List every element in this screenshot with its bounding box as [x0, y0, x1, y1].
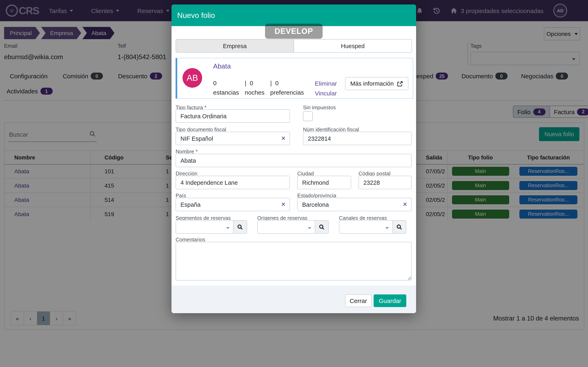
linked-entity-card: AB Abata 0estancias 0noches 0preferencia… [176, 58, 413, 99]
entity-avatar: AB [182, 68, 202, 88]
sin-impuestos-checkbox[interactable] [303, 111, 313, 121]
origenes-search-button[interactable] [315, 220, 329, 234]
search-icon [237, 224, 243, 230]
canales-select[interactable] [339, 220, 393, 234]
stat-preferencias: 0preferencias [270, 80, 304, 96]
canales-search-button[interactable] [393, 220, 406, 234]
modal-header: Nuevo folio [172, 4, 416, 26]
clear-tipo-documento-icon[interactable]: ✕ [281, 135, 286, 142]
eliminar-link[interactable]: Eliminar [315, 79, 337, 89]
modal-title: Nuevo folio [177, 11, 215, 20]
clear-estado-icon[interactable]: ✕ [403, 201, 407, 208]
stat-noches: 0noches [245, 80, 265, 96]
search-icon [319, 224, 325, 230]
entity-links: Eliminar Vincular [315, 79, 337, 98]
more-info-button[interactable]: Más información [345, 77, 408, 90]
new-folio-modal: Nuevo folio Empresa Huesped AB Abata 0es… [172, 4, 416, 313]
segmentos-search-button[interactable] [233, 220, 247, 234]
pais-input[interactable] [176, 198, 290, 211]
vincular-link[interactable]: Vincular [315, 89, 337, 98]
chevron-down-icon [385, 227, 389, 231]
clear-pais-icon[interactable]: ✕ [281, 201, 286, 208]
guardar-button[interactable]: Guardar [374, 294, 406, 307]
modal-footer: Cerrar Guardar [172, 285, 416, 313]
chevron-down-icon [308, 227, 311, 231]
external-link-icon [397, 81, 403, 87]
entity-name-link[interactable]: Abata [213, 62, 231, 70]
num-identificacion-input[interactable] [303, 132, 412, 145]
cerrar-button[interactable]: Cerrar [345, 294, 372, 307]
stat-estancias: 0estancias [213, 80, 239, 96]
segmentos-select[interactable] [176, 220, 233, 234]
tipo-factura-input[interactable] [176, 109, 290, 123]
chevron-down-icon [226, 227, 229, 231]
origenes-select[interactable] [257, 220, 315, 234]
tipo-documento-input[interactable] [176, 132, 290, 145]
codigo-postal-input[interactable] [359, 176, 412, 189]
ciudad-input[interactable] [297, 176, 351, 189]
nombre-input[interactable] [176, 154, 412, 167]
search-icon [396, 224, 403, 230]
modal-tabs: Empresa Huesped [176, 39, 412, 53]
develop-ribbon: DEVELOP [265, 24, 323, 39]
comentarios-textarea[interactable] [176, 242, 412, 281]
direccion-input[interactable] [176, 176, 290, 189]
sin-impuestos-label: Sin impuestos [303, 104, 336, 110]
modal-tab-empresa[interactable]: Empresa [176, 39, 294, 53]
estado-input[interactable] [297, 198, 412, 211]
entity-stats: 0estancias 0noches 0preferencias [213, 80, 310, 96]
modal-tab-huesped[interactable]: Huesped [294, 39, 412, 53]
